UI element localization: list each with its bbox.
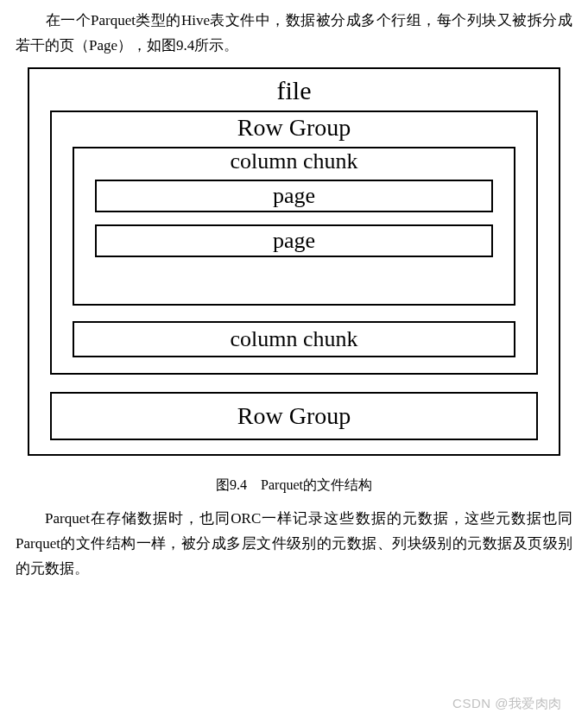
row-group-label-1: Row Group — [67, 114, 521, 142]
page-label-1: page — [273, 183, 315, 208]
page-box-2: page — [95, 224, 493, 257]
column-chunk-box-2: column chunk — [73, 321, 515, 357]
row-group-box-2: Row Group — [50, 392, 538, 440]
intro-paragraph: 在一个Parquet类型的Hive表文件中，数据被分成多个行组，每个列块又被拆分… — [16, 9, 572, 59]
column-chunk-box-1: column chunk page page — [73, 147, 515, 306]
outro-text: Parquet在存储数据时，也同ORC一样记录这些数据的元数据，这些元数据也同P… — [16, 510, 572, 577]
page-root: 在一个Parquet类型的Hive表文件中，数据被分成多个行组，每个列块又被拆分… — [0, 0, 588, 726]
page-label-2: page — [273, 228, 315, 253]
watermark: CSDN @我爱肉肉 — [452, 696, 562, 712]
page-box-1: page — [95, 180, 493, 212]
file-label: file — [45, 76, 543, 105]
content-wrap: 在一个Parquet类型的Hive表文件中，数据被分成多个行组，每个列块又被拆分… — [0, 0, 588, 598]
outro-paragraph: Parquet在存储数据时，也同ORC一样记录这些数据的元数据，这些元数据也同P… — [16, 507, 572, 582]
column-chunk-label-1: column chunk — [90, 148, 498, 174]
file-box: file Row Group column chunk page page c — [28, 67, 560, 456]
figure-caption: 图9.4 Parquet的文件结构 — [16, 477, 572, 495]
figure-9-4: file Row Group column chunk page page c — [28, 67, 560, 456]
column-chunk-label-2: column chunk — [230, 326, 357, 351]
row-group-label-2: Row Group — [237, 402, 351, 429]
row-group-box-1: Row Group column chunk page page column … — [50, 110, 538, 375]
intro-text: 在一个Parquet类型的Hive表文件中，数据被分成多个行组，每个列块又被拆分… — [16, 12, 572, 54]
